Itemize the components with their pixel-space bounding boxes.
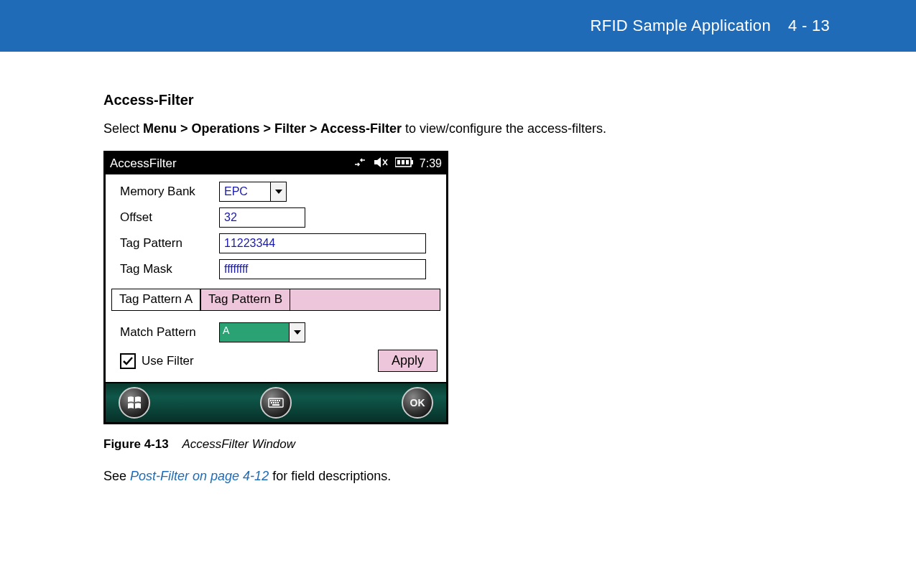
see-suffix: for field descriptions. [269,469,391,483]
match-pattern-label: Match Pattern [111,325,219,340]
offset-row: Offset 32 [111,207,440,228]
tag-pattern-label: Tag Pattern [111,236,219,251]
battery-icon [395,157,414,171]
content-area: Access-Filter Select Menu > Operations >… [0,52,718,484]
page-header: RFID Sample Application 4 - 13 [0,0,916,52]
memory-bank-value: EPC [220,182,270,201]
bottom-form-row: Use Filter Apply [111,350,440,372]
tab-row: Tag Pattern A Tag Pattern B [111,288,440,311]
svg-rect-15 [271,402,272,403]
svg-rect-19 [272,404,279,406]
offset-input[interactable]: 32 [219,207,305,228]
svg-rect-13 [277,400,278,401]
volume-mute-icon [374,157,388,172]
tab-tag-pattern-b[interactable]: Tag Pattern B [200,289,290,310]
use-filter-wrap: Use Filter [111,353,194,369]
header-page-number: 4 - 13 [788,17,830,35]
tag-mask-value: ffffffff [224,263,249,276]
svg-rect-4 [397,160,400,164]
tag-mask-input[interactable]: ffffffff [219,259,426,279]
tab-spacer [290,289,440,310]
tab-tag-pattern-a[interactable]: Tag Pattern A [111,289,200,310]
window-title: AccessFilter [110,157,353,171]
figure-title: AccessFilter Window [182,437,295,451]
tag-pattern-input[interactable]: 11223344 [219,233,426,253]
memory-bank-label: Memory Bank [111,185,219,199]
see-link[interactable]: Post-Filter on page 4-12 [130,469,269,483]
use-filter-checkbox[interactable] [120,353,136,369]
ok-label: OK [410,397,425,409]
offset-value: 32 [224,211,237,224]
use-filter-label: Use Filter [142,354,194,368]
intro-prefix: Select [103,121,143,136]
svg-rect-5 [402,160,404,164]
tag-mask-label: Tag Mask [111,262,219,276]
device-status-bar: AccessFilter 7:39 [106,153,446,174]
intro-suffix: to view/configure the access-filters. [402,121,606,136]
section-heading: Access-Filter [103,92,718,108]
tag-mask-row: Tag Mask ffffffff [111,259,440,279]
svg-rect-12 [274,400,276,401]
svg-rect-6 [406,160,409,164]
match-pattern-row: Match Pattern A [111,322,440,342]
memory-bank-row: Memory Bank EPC [111,182,440,202]
form-area: Memory Bank EPC Offset 32 Tag Pattern 11… [106,174,446,382]
offset-label: Offset [111,210,219,225]
apply-button[interactable]: Apply [378,350,438,372]
see-prefix: See [103,469,130,483]
svg-rect-3 [411,160,413,164]
intro-text: Select Menu > Operations > Filter > Acce… [103,121,718,136]
connection-icon [353,157,366,172]
svg-rect-18 [277,402,279,403]
svg-rect-14 [279,400,280,401]
svg-rect-10 [270,400,272,401]
match-pattern-value: A [220,323,289,342]
tag-pattern-value: 11223344 [224,237,275,250]
dropdown-icon[interactable] [289,323,305,342]
dropdown-icon[interactable] [270,182,286,201]
memory-bank-select[interactable]: EPC [219,182,287,202]
tag-pattern-row: Tag Pattern 11223344 [111,233,440,253]
device-screenshot: AccessFilter 7:39 Memory Bank EPC [103,151,448,424]
keyboard-button[interactable] [260,387,292,419]
start-button[interactable] [119,387,150,419]
windows-icon [126,394,143,411]
match-pattern-select[interactable]: A [219,322,305,342]
svg-marker-8 [294,330,301,335]
device-nav-bar: OK [106,382,446,422]
status-icons [353,157,414,172]
see-reference: See Post-Filter on page 4-12 for field d… [103,469,718,484]
svg-marker-7 [275,190,282,194]
svg-rect-16 [273,402,274,403]
figure-caption: Figure 4-13 AccessFilter Window [103,437,718,452]
status-time: 7:39 [420,157,442,170]
keyboard-icon [267,394,284,411]
svg-rect-17 [275,402,277,403]
svg-rect-11 [272,400,274,401]
figure-label: Figure 4-13 [103,437,169,451]
header-title: RFID Sample Application [590,17,770,35]
ok-button[interactable]: OK [402,387,433,419]
intro-menu-path: Menu > Operations > Filter > Access-Filt… [143,121,402,136]
